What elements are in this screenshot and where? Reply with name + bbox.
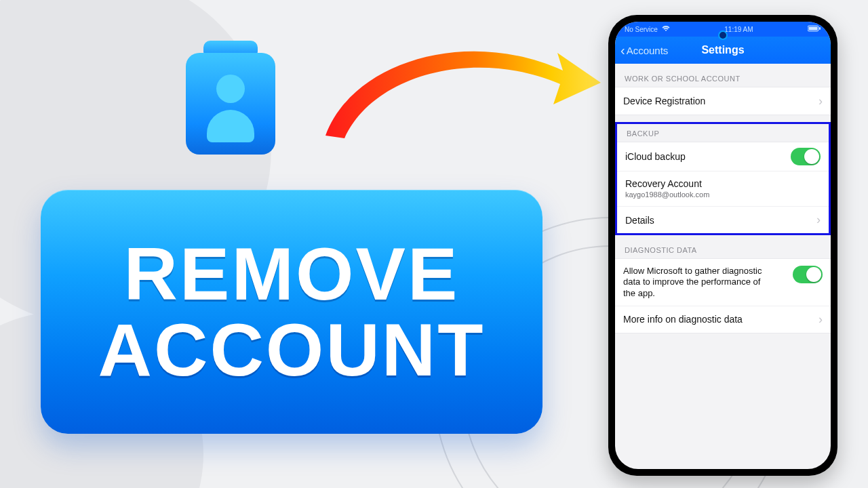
recovery-email: kaygo1988@outlook.com xyxy=(625,190,709,199)
section-header-diagnostic: DIAGNOSTIC DATA xyxy=(615,235,831,258)
phone-frame: No Service 11:19 AM ‹ Accounts Settings … xyxy=(608,15,837,476)
curved-arrow-icon xyxy=(312,34,604,142)
toggle-icloud-backup[interactable] xyxy=(791,148,821,165)
nav-title: Settings xyxy=(701,44,744,56)
phone-screen: No Service 11:19 AM ‹ Accounts Settings … xyxy=(615,22,831,469)
chevron-right-icon: › xyxy=(816,213,821,227)
row-icloud-backup[interactable]: iCloud backup xyxy=(617,142,829,171)
group-diagnostic: Allow Microsoft to gather diagnostic dat… xyxy=(615,258,831,333)
group-backup-highlighted: BACKUP iCloud backup Recovery Account ka… xyxy=(615,122,831,235)
row-label: Details xyxy=(625,215,654,226)
svg-rect-1 xyxy=(808,27,817,30)
group-work: Device Registration › xyxy=(615,87,831,115)
row-label: Allow Microsoft to gather diagnostic dat… xyxy=(623,266,772,299)
toggle-diagnostic[interactable] xyxy=(793,266,823,283)
section-header-work: WORK OR SCHOOL ACCOUNT xyxy=(615,64,831,87)
title-card: REMOVE ACCOUNT xyxy=(41,190,542,434)
row-device-registration[interactable]: Device Registration › xyxy=(615,87,831,115)
row-recovery-account[interactable]: Recovery Account kaygo1988@outlook.com xyxy=(617,171,829,206)
row-label: More info on diagnostic data xyxy=(623,314,743,325)
chevron-left-icon: ‹ xyxy=(620,43,625,57)
chevron-right-icon: › xyxy=(818,94,823,108)
back-button[interactable]: ‹ Accounts xyxy=(615,43,668,57)
row-label: iCloud backup xyxy=(625,151,686,162)
clock-text: 11:19 AM xyxy=(724,26,753,33)
section-header-backup: BACKUP xyxy=(617,124,829,142)
battery-icon xyxy=(808,25,821,33)
svg-rect-2 xyxy=(819,27,821,30)
nav-bar: ‹ Accounts Settings xyxy=(615,37,831,64)
back-label: Accounts xyxy=(627,45,669,56)
row-more-info[interactable]: More info on diagnostic data › xyxy=(615,306,831,333)
row-allow-diagnostic[interactable]: Allow Microsoft to gather diagnostic dat… xyxy=(615,259,831,306)
authenticator-lock-icon xyxy=(176,41,285,176)
row-label: Device Registration xyxy=(623,96,705,106)
row-details[interactable]: Details › xyxy=(617,206,829,233)
title-text: REMOVE ACCOUNT xyxy=(98,236,486,388)
chevron-right-icon: › xyxy=(818,312,823,327)
wifi-icon xyxy=(662,25,670,33)
carrier-text: No Service xyxy=(625,26,658,33)
row-label: Recovery Account xyxy=(625,178,709,189)
front-camera-icon xyxy=(718,30,728,40)
